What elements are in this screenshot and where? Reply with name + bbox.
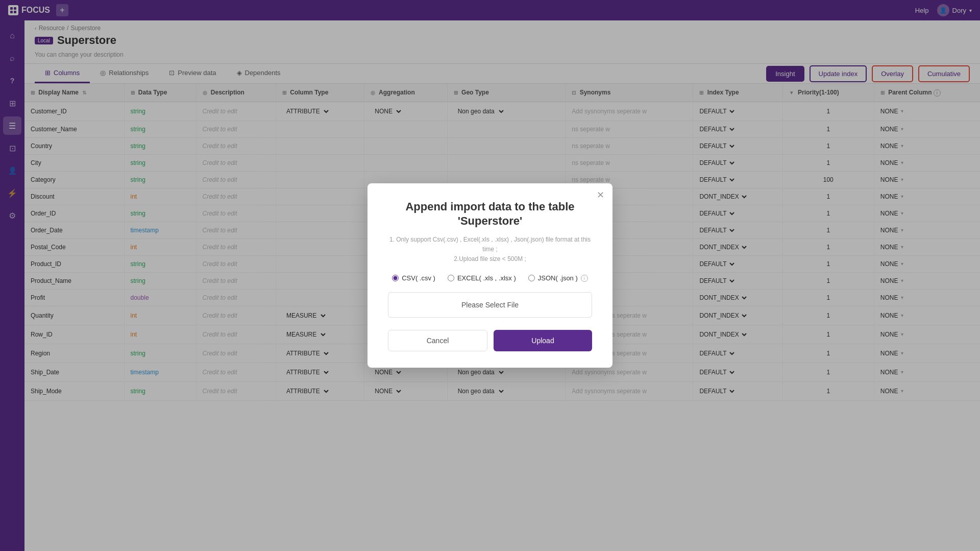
radio-json-input[interactable] — [528, 275, 535, 281]
modal-overlay[interactable]: ✕ Append import data to the table 'Super… — [0, 0, 980, 551]
import-modal: ✕ Append import data to the table 'Super… — [368, 183, 612, 368]
modal-close-button[interactable]: ✕ — [597, 189, 604, 201]
modal-title: Append import data to the table 'Superst… — [388, 200, 592, 229]
select-file-button[interactable]: Please Select File — [388, 292, 592, 318]
modal-radio-row: CSV( .csv ) EXCEL( .xls , .xlsx ) JSON( … — [388, 274, 592, 282]
modal-info: 1. Only support Csv(.csv) , Excel(.xls ,… — [388, 235, 592, 265]
radio-excel-input[interactable] — [448, 275, 454, 281]
radio-json[interactable]: JSON( .json ) i — [528, 274, 588, 282]
radio-csv[interactable]: CSV( .csv ) — [392, 274, 435, 282]
json-info-icon[interactable]: i — [581, 275, 588, 282]
cancel-button[interactable]: Cancel — [388, 330, 487, 351]
radio-excel[interactable]: EXCEL( .xls , .xlsx ) — [448, 274, 516, 282]
upload-button[interactable]: Upload — [494, 330, 592, 351]
modal-actions: Cancel Upload — [388, 330, 592, 351]
radio-csv-input[interactable] — [392, 275, 399, 281]
